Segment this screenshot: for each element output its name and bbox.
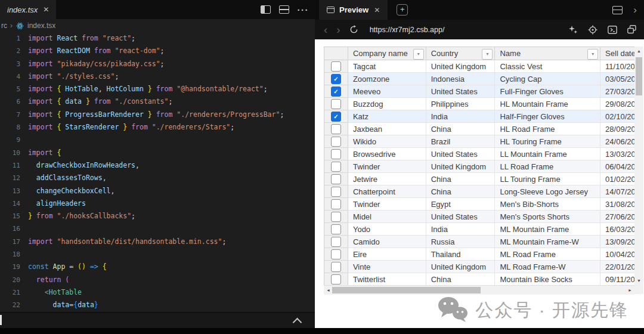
vertical-scrollbar[interactable]: ▲ ▼ — [634, 47, 643, 285]
split-editor-icon[interactable] — [279, 5, 289, 14]
back-button[interactable]: ‹ — [324, 24, 327, 35]
cell-country[interactable]: Indonesia — [426, 73, 496, 85]
cell-country[interactable]: Brazil — [426, 135, 496, 148]
cell-date[interactable]: 29/08/20 — [600, 98, 634, 110]
cell-country[interactable]: Egypt — [426, 198, 496, 211]
row-checkbox[interactable] — [331, 212, 341, 222]
cell-country[interactable]: United Kingdom — [426, 261, 496, 273]
refresh-icon[interactable] — [349, 25, 358, 34]
cell-date[interactable]: 06/04/20 — [600, 160, 634, 173]
split-panel-icon[interactable] — [612, 6, 623, 14]
breadcrumb-file[interactable]: index.tsx — [27, 21, 55, 30]
filter-dropdown-icon[interactable]: ▼ — [587, 49, 598, 60]
cell-name[interactable]: HL Road Frame — [495, 123, 600, 135]
cell-country[interactable]: China — [426, 185, 496, 198]
cell-country[interactable]: India — [426, 223, 496, 236]
row-checkbox[interactable] — [331, 137, 341, 147]
cell-name[interactable]: HL Touring Frame — [495, 135, 600, 148]
column-header-name[interactable]: Name ▼ — [495, 47, 600, 60]
chevron-up-icon[interactable] — [293, 318, 302, 327]
code-line[interactable]: 7import { ProgressBarRenderer } from "./… — [0, 109, 315, 121]
cell-company[interactable]: Eire — [348, 248, 426, 261]
code-line[interactable]: 5import { HotTable, HotColumn } from "@h… — [0, 83, 315, 95]
code-line[interactable]: 4import "./styles.css"; — [0, 70, 315, 83]
cell-name[interactable]: Men's Sports Shorts — [495, 211, 600, 223]
row-checkbox[interactable] — [331, 224, 341, 234]
open-in-new-window-icon[interactable] — [627, 25, 636, 34]
cell-name[interactable]: ML Mountain Frame — [495, 223, 600, 236]
cell-date[interactable]: 14/07/20 — [600, 185, 634, 198]
vertical-scrollbar-thumb[interactable] — [636, 57, 642, 95]
row-checkbox[interactable]: ✓ — [331, 112, 341, 122]
cell-country[interactable]: United Kingdom — [426, 160, 496, 173]
cell-date[interactable]: 13/09/20 — [600, 236, 634, 248]
filter-dropdown-icon[interactable]: ▼ — [413, 49, 424, 60]
cell-name[interactable]: ML Road Frame — [495, 248, 600, 261]
cell-country[interactable]: United States — [426, 211, 496, 223]
row-checkbox[interactable] — [331, 149, 341, 159]
column-header-country[interactable]: Country ▼ — [426, 47, 496, 60]
cell-name[interactable]: Half-Finger Gloves — [495, 110, 600, 123]
code-line[interactable]: 11 drawCheckboxInRowHeaders, — [0, 159, 315, 172]
cell-company[interactable]: Meeveo — [348, 85, 426, 98]
cell-company[interactable]: Vinte — [348, 261, 426, 273]
cell-company[interactable]: Browsedrive — [348, 148, 426, 160]
cell-name[interactable]: Cycling Cap — [495, 73, 600, 85]
tab-index-tsx[interactable]: index.tsx ✕ — [0, 0, 56, 19]
cell-name[interactable]: Classic Vest — [495, 60, 600, 73]
code-line[interactable]: 6import { data } from "./constants"; — [0, 95, 315, 108]
cell-name[interactable]: Men's Bib-Shorts — [495, 198, 600, 211]
cell-company[interactable]: Buzzdog — [348, 98, 426, 110]
breadcrumb-folder[interactable]: rc — [1, 21, 7, 30]
cell-company[interactable]: Chatterpoint — [348, 185, 426, 198]
row-checkbox[interactable]: ✓ — [331, 74, 341, 84]
scroll-down-icon[interactable]: ▼ — [634, 276, 643, 285]
console-icon[interactable] — [608, 26, 617, 34]
row-checkbox[interactable] — [331, 174, 341, 184]
cell-company[interactable]: Zoomzone — [348, 73, 426, 85]
close-icon[interactable]: ✕ — [43, 5, 49, 14]
code-lines[interactable]: 1import React from "react";2import React… — [0, 32, 315, 313]
cell-date[interactable]: 24/06/20 — [600, 135, 634, 148]
cell-company[interactable]: Jaxbean — [348, 123, 426, 135]
code-line[interactable]: 19const App = () => { — [0, 261, 315, 273]
row-checkbox[interactable] — [331, 162, 341, 172]
breadcrumb[interactable]: rc › index.tsx — [0, 19, 315, 32]
cell-company[interactable]: Jetwire — [348, 173, 426, 185]
code-line[interactable]: 1import React from "react"; — [0, 32, 315, 45]
scroll-left-icon[interactable]: ◄ — [324, 286, 333, 295]
code-line[interactable]: 10import { — [0, 147, 315, 159]
row-checkbox[interactable] — [331, 199, 341, 209]
code-line[interactable]: 13 changeCheckboxCell, — [0, 185, 315, 197]
cell-company[interactable]: Twinder — [348, 160, 426, 173]
row-checkbox[interactable] — [331, 124, 341, 134]
close-icon[interactable]: ✕ — [374, 6, 380, 14]
row-checkbox[interactable] — [331, 61, 341, 72]
cell-country[interactable]: Philippines — [426, 98, 496, 110]
cell-name[interactable]: LL Touring Frame — [495, 173, 600, 185]
horizontal-scrollbar[interactable]: ◄ ► — [324, 285, 634, 295]
code-line[interactable]: 15} from "./hooksCallbacks"; — [0, 210, 315, 222]
cell-company[interactable]: Katz — [348, 110, 426, 123]
cell-company[interactable]: Twitterlist — [348, 273, 426, 286]
cell-company[interactable]: Twinder — [348, 198, 426, 211]
code-line[interactable]: 9 — [0, 134, 315, 146]
row-checkbox[interactable] — [331, 187, 341, 197]
cell-country[interactable]: China — [426, 123, 496, 135]
inspect-target-icon[interactable] — [588, 25, 597, 35]
row-checkbox[interactable] — [331, 262, 341, 272]
code-line[interactable]: 22 data={data} — [0, 299, 315, 311]
cell-date[interactable]: 27/03/20 — [600, 85, 634, 98]
cell-country[interactable]: India — [426, 110, 496, 123]
sparkles-icon[interactable] — [568, 25, 578, 35]
cell-company[interactable]: Camido — [348, 236, 426, 248]
filter-dropdown-icon[interactable]: ▼ — [482, 49, 493, 60]
code-line[interactable]: 3import "pikaday/css/pikaday.css"; — [0, 58, 315, 70]
cell-name[interactable]: ML Road Frame-W — [495, 261, 600, 273]
code-line[interactable]: 14 alignHeaders — [0, 197, 315, 210]
column-header-sell-date[interactable]: Sell date — [600, 47, 634, 60]
scroll-right-icon[interactable]: ► — [626, 286, 634, 295]
tab-preview[interactable]: Preview ✕ — [319, 0, 388, 20]
add-tab-button[interactable]: + — [397, 4, 408, 16]
cell-company[interactable]: Yodo — [348, 223, 426, 236]
